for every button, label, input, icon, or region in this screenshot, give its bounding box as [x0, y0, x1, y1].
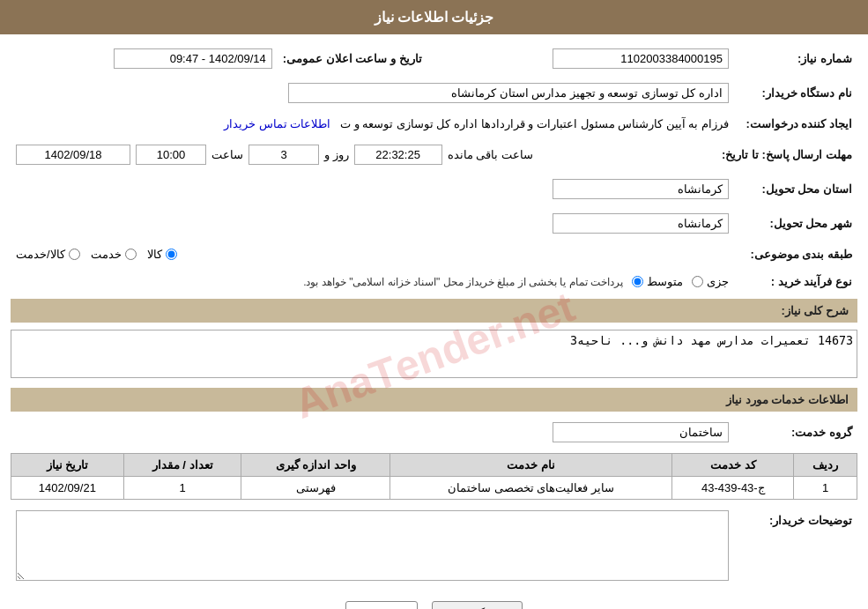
- reply-days-label: روز و: [324, 148, 349, 161]
- type-mootavaset-label: متوسط: [647, 275, 683, 288]
- services-table: ردیف کد خدمت نام خدمت واحد اندازه گیری ت…: [11, 453, 857, 500]
- announcement-value: 1402/09/14 - 09:47: [11, 45, 278, 72]
- reply-remain-value: 22:32:25: [354, 145, 442, 165]
- need-desc-section: شرح کلی نیاز: AnaТender.net: [11, 299, 857, 381]
- buyer-org-input: اداره کل توسازی توسعه و تجهیز مدارس استا…: [288, 83, 729, 103]
- buyer-notes-label: توضیحات خریدار:: [734, 507, 857, 587]
- cell-code: ج-43-439-43: [672, 477, 794, 500]
- reply-time-value: 10:00: [136, 145, 206, 165]
- creator-label: ایجاد کننده درخواست:: [734, 114, 857, 134]
- delivery-province-value: کرمانشاه: [11, 175, 734, 203]
- top-info-row: شماره نیاز: 1102003384000195 تاریخ و ساع…: [11, 45, 857, 72]
- purchase-type-label: نوع فرآیند خرید :: [734, 271, 857, 292]
- col-name-header: نام خدمت: [389, 454, 671, 477]
- cat-kala-radio[interactable]: [166, 249, 177, 260]
- announcement-input: 1402/09/14 - 09:47: [114, 48, 272, 69]
- reply-deadline-label: مهلت ارسال پاسخ: تا تاریخ:: [716, 141, 857, 168]
- col-code-header: کد خدمت: [672, 454, 794, 477]
- delivery-city-row: شهر محل تحویل: کرمانشاه: [11, 210, 857, 237]
- need-desc-title: شرح کلی نیاز:: [11, 299, 857, 323]
- purchase-type-note: پرداخت تمام یا بخشی از مبلغ خریداز محل "…: [303, 276, 623, 288]
- delivery-city-value: کرمانشاه: [11, 210, 734, 237]
- cat-kala-khadamat-option: کالا/خدمت: [16, 248, 80, 261]
- delivery-city-label: شهر محل تحویل:: [734, 210, 857, 237]
- col-unit-header: واحد اندازه گیری: [241, 454, 389, 477]
- category-label: طبقه بندی موضوعی:: [734, 244, 857, 264]
- delivery-province-row: استان محل تحویل: کرمانشاه: [11, 175, 857, 203]
- category-options: کالا/خدمت خدمت کالا: [11, 244, 734, 264]
- creator-contact-link[interactable]: اطلاعات تماس خریدار: [224, 117, 330, 130]
- cell-date: 1402/09/21: [11, 477, 124, 500]
- purchase-type-row: نوع فرآیند خرید : جزی متوسط پرداخت تمام …: [11, 271, 857, 292]
- creator-value: فرزام به آیین کارشناس مسئول اعتبارات و ق…: [11, 114, 734, 134]
- cat-khadamat-option: خدمت: [91, 248, 137, 261]
- purchase-type-options: جزی متوسط پرداخت تمام یا بخشی از مبلغ خر…: [11, 271, 734, 292]
- service-group-input: ساختمان: [553, 422, 729, 442]
- back-button[interactable]: بازگشت: [432, 601, 523, 609]
- cat-kala-option: کالا: [147, 248, 177, 261]
- type-jozi-option: جزی: [692, 275, 729, 288]
- page-container: جزئیات اطلاعات نیاز شماره نیاز: 11020033…: [0, 0, 868, 609]
- creator-text: فرزام به آیین کارشناس مسئول اعتبارات و ق…: [340, 117, 729, 130]
- cell-row: 1: [794, 477, 857, 500]
- announcement-label: تاریخ و ساعت اعلان عمومی:: [278, 45, 440, 72]
- type-mootavaset-option: متوسط: [632, 275, 683, 288]
- need-number-input: 1102003384000195: [553, 48, 729, 69]
- cat-khadamat-radio[interactable]: [125, 249, 137, 260]
- page-title: جزئیات اطلاعات نیاز: [375, 10, 494, 25]
- table-row: 1ج-43-439-43سایر فعالیت‌های تخصصی ساختما…: [11, 477, 857, 500]
- buyer-notes-textarea[interactable]: [16, 510, 729, 581]
- creator-row: ایجاد کننده درخواست: فرزام به آیین کارشن…: [11, 114, 857, 134]
- service-group-row: گروه خدمت: ساختمان: [11, 419, 857, 446]
- delivery-province-input: کرمانشاه: [553, 179, 729, 199]
- col-qty-header: تعداد / مقدار: [123, 454, 241, 477]
- buyer-org-value: اداره کل توسازی توسعه و تجهیز مدارس استا…: [11, 79, 734, 107]
- cat-kala-label: کالا: [147, 248, 162, 261]
- buyer-org-row: نام دستگاه خریدار: اداره کل توسازی توسعه…: [11, 79, 857, 107]
- need-desc-textarea[interactable]: [11, 330, 857, 378]
- cat-kala-khadamat-radio[interactable]: [69, 249, 80, 260]
- cat-khadamat-label: خدمت: [91, 248, 122, 261]
- type-jozi-label: جزی: [707, 275, 729, 288]
- cat-kala-khadamat-label: کالا/خدمت: [16, 248, 65, 261]
- cell-unit: فهرستی: [241, 477, 389, 500]
- service-group-value: ساختمان: [11, 419, 734, 446]
- reply-deadline-values: ساعت باقی مانده 22:32:25 روز و 3 ساعت 10…: [11, 141, 716, 168]
- reply-time-label: ساعت: [211, 148, 243, 161]
- content-area: شماره نیاز: 1102003384000195 تاریخ و ساع…: [0, 34, 868, 609]
- reply-date-value: 1402/09/18: [16, 145, 130, 165]
- cell-qty: 1: [123, 477, 241, 500]
- col-row-header: ردیف: [794, 454, 857, 477]
- buttons-row: بازگشت چاپ: [11, 601, 857, 609]
- delivery-province-label: استان محل تحویل:: [734, 175, 857, 203]
- print-button[interactable]: چاپ: [345, 601, 418, 609]
- category-row: طبقه بندی موضوعی: کالا/خدمت خدمت کالا: [11, 244, 857, 264]
- services-section: اطلاعات خدمات مورد نیاز گروه خدمت: ساختم…: [11, 388, 857, 500]
- need-number-value: 1102003384000195: [440, 45, 734, 72]
- buyer-notes-area: [11, 507, 734, 587]
- page-header: جزئیات اطلاعات نیاز: [0, 0, 868, 34]
- col-date-header: تاریخ نیاز: [11, 454, 124, 477]
- reply-remain-label: ساعت باقی مانده: [448, 148, 533, 161]
- delivery-city-input: کرمانشاه: [553, 213, 729, 234]
- cell-name: سایر فعالیت‌های تخصصی ساختمان: [389, 477, 671, 500]
- type-mootavaset-radio[interactable]: [632, 276, 643, 287]
- need-number-label: شماره نیاز:: [734, 45, 857, 72]
- buyer-org-label: نام دستگاه خریدار:: [734, 79, 857, 107]
- services-title: اطلاعات خدمات مورد نیاز: [11, 388, 857, 412]
- need-desc-area: AnaТender.net: [11, 330, 857, 381]
- type-jozi-radio[interactable]: [692, 276, 703, 287]
- reply-deadline-row: مهلت ارسال پاسخ: تا تاریخ: ساعت باقی مان…: [11, 141, 857, 168]
- buyer-notes-row: توضیحات خریدار:: [11, 507, 857, 587]
- reply-days-value: 3: [249, 145, 319, 165]
- service-group-label: گروه خدمت:: [734, 419, 857, 446]
